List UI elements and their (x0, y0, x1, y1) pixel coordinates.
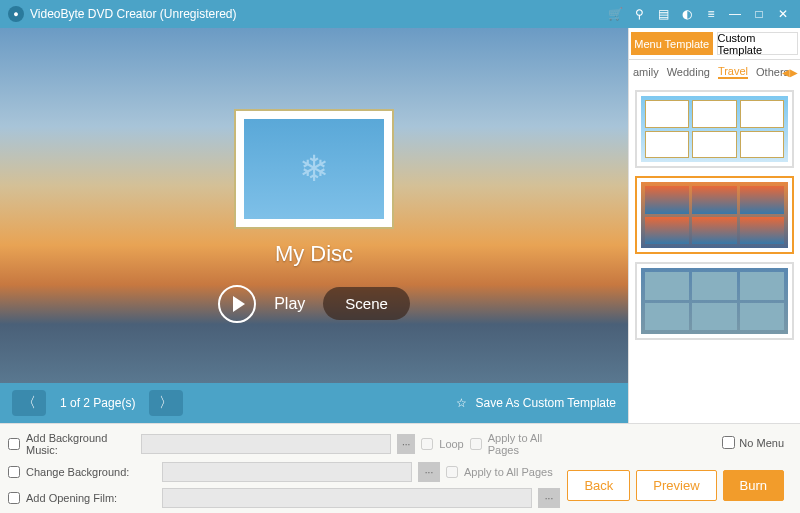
bg-music-field[interactable] (141, 434, 391, 454)
save-template-link[interactable]: Save As Custom Template (475, 396, 616, 410)
loop-checkbox[interactable] (421, 438, 433, 450)
disc-title[interactable]: My Disc (275, 241, 353, 267)
opening-film-label: Add Opening Film: (26, 492, 156, 504)
template-thumb-1[interactable] (635, 90, 794, 168)
titlebar: ● VideoByte DVD Creator (Unregistered) 🛒… (0, 0, 800, 28)
category-family[interactable]: amily (633, 66, 659, 78)
page-indicator: 1 of 2 Page(s) (60, 396, 135, 410)
star-icon: ☆ (453, 395, 469, 411)
change-bg-label: Change Background: (26, 466, 156, 478)
opening-film-field[interactable] (162, 488, 532, 508)
page-icon[interactable]: ▤ (654, 5, 672, 23)
close-icon[interactable]: ✕ (774, 5, 792, 23)
back-button[interactable]: Back (567, 470, 630, 501)
bg-music-label: Add Background Music: (26, 432, 135, 456)
template-sidebar: Menu Template Custom Template amily Wedd… (628, 28, 800, 423)
chat-icon[interactable]: ◐ (678, 5, 696, 23)
app-logo: ● (8, 6, 24, 22)
minimize-icon[interactable]: — (726, 5, 744, 23)
maximize-icon[interactable]: □ (750, 5, 768, 23)
menu-thumbnail[interactable]: ❄ (234, 109, 394, 229)
template-thumb-2[interactable] (635, 176, 794, 254)
burn-button[interactable]: Burn (723, 470, 784, 501)
no-menu-checkbox[interactable] (722, 436, 735, 449)
menu-icon[interactable]: ≡ (702, 5, 720, 23)
apply-all-1-checkbox[interactable] (470, 438, 482, 450)
next-page-button[interactable]: 〉 (149, 390, 183, 416)
opening-film-checkbox[interactable] (8, 492, 20, 504)
main-area: ❄ My Disc Play Scene 〈 1 of 2 Page(s) 〉 … (0, 28, 800, 423)
tab-menu-template[interactable]: Menu Template (631, 32, 713, 55)
category-scroll-icon[interactable]: ◀▶ (782, 67, 798, 78)
apply-all-2-checkbox[interactable] (446, 466, 458, 478)
bottom-panel: Add Background Music: ··· Loop Apply to … (0, 423, 800, 513)
prev-page-button[interactable]: 〈 (12, 390, 46, 416)
scene-button[interactable]: Scene (323, 287, 410, 320)
bg-music-browse[interactable]: ··· (397, 434, 415, 454)
change-bg-checkbox[interactable] (8, 466, 20, 478)
snowflake-icon: ❄ (244, 119, 384, 219)
apply-all-1-label: Apply to All Pages (488, 432, 562, 456)
change-bg-field[interactable] (162, 462, 412, 482)
preview-pane: ❄ My Disc Play Scene 〈 1 of 2 Page(s) 〉 … (0, 28, 628, 423)
tab-custom-template[interactable]: Custom Template (717, 32, 799, 55)
key-icon[interactable]: ⚲ (630, 5, 648, 23)
loop-label: Loop (439, 438, 463, 450)
bg-music-checkbox[interactable] (8, 438, 20, 450)
app-title: VideoByte DVD Creator (Unregistered) (30, 7, 237, 21)
category-wedding[interactable]: Wedding (667, 66, 710, 78)
cart-icon[interactable]: 🛒 (606, 5, 624, 23)
pager-bar: 〈 1 of 2 Page(s) 〉 ☆ Save As Custom Temp… (0, 383, 628, 423)
play-label[interactable]: Play (274, 295, 305, 313)
category-travel[interactable]: Travel (718, 65, 748, 79)
preview-button[interactable]: Preview (636, 470, 716, 501)
opening-film-browse[interactable]: ··· (538, 488, 560, 508)
template-thumb-3[interactable] (635, 262, 794, 340)
change-bg-browse[interactable]: ··· (418, 462, 440, 482)
apply-all-2-label: Apply to All Pages (464, 466, 553, 478)
play-button[interactable] (218, 285, 256, 323)
no-menu-label: No Menu (739, 437, 784, 449)
